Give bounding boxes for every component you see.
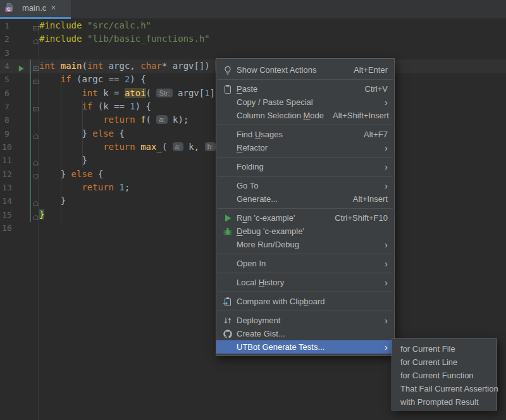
submenu-item-label: with Prompted Result [400, 397, 479, 407]
menu-separator [218, 273, 393, 273]
fold-box-icon[interactable] [32, 76, 39, 83]
fold-up-icon[interactable] [32, 157, 39, 164]
parameter-hint: b: [205, 142, 216, 151]
menu-item-open-in[interactable]: Open In› [216, 257, 394, 270]
tab-title: main.c [22, 3, 46, 13]
line-number: 3 [0, 46, 14, 59]
submenu-item-label: for Current File [400, 344, 455, 354]
code-text: #include "lib/basic_functions.h" [39, 32, 210, 46]
submenu-arrow-icon: › [376, 240, 388, 249]
submenu-item-with-prompted-result[interactable]: with Prompted Result [392, 395, 497, 409]
line-number: 14 [0, 194, 14, 207]
menu-item-paste[interactable]: PasteCtrl+V [216, 82, 394, 96]
menu-item-shortcut: Alt+Insert [344, 194, 388, 204]
vcs-change-marker [30, 194, 31, 208]
menu-item-label: Create Gist... [237, 329, 285, 338]
line-number: 2 [0, 32, 14, 46]
line-number: 8 [0, 113, 14, 127]
tab-close-icon[interactable]: × [51, 3, 56, 12]
menu-item-refactor[interactable]: Refactor› [216, 141, 394, 154]
menu-item-label: Debug 'c-example' [237, 226, 304, 236]
compare-clipboard-icon [223, 297, 233, 307]
menu-item-shortcut: Alt+Shift+Insert [324, 111, 389, 120]
menu-item-label: Copy / Paste Special [237, 97, 313, 107]
menu-item-utbot-generate-tests[interactable]: UTBot Generate Tests...› [216, 340, 394, 354]
line-number: 15 [0, 208, 14, 221]
menu-item-debug-c-example[interactable]: Debug 'c-example' [216, 225, 394, 238]
submenu-arrow-icon: › [376, 143, 388, 152]
fold-up-icon[interactable] [32, 197, 39, 204]
menu-icon-placeholder [223, 278, 233, 288]
menu-item-folding[interactable]: Folding› [216, 160, 394, 173]
menu-item-label: UTBot Generate Tests... [237, 342, 324, 352]
menu-item-shortcut: Alt+F7 [355, 130, 388, 139]
menu-separator [218, 254, 393, 254]
menu-icon-placeholder [223, 143, 233, 153]
menu-item-column-selection-mode[interactable]: Column Selection ModeAlt+Shift+Insert [216, 109, 394, 122]
menu-item-label: Show Context Actions [237, 65, 316, 75]
menu-item-shortcut: Ctrl+V [356, 84, 388, 94]
editor-context-menu: Show Context ActionsAlt+EnterPasteCtrl+V… [216, 58, 395, 356]
menu-icon-placeholder [223, 259, 233, 269]
fold-box-icon[interactable] [32, 63, 39, 70]
lightbulb-icon [223, 65, 233, 75]
code-text: return 1; [39, 181, 130, 194]
deployment-icon [223, 316, 233, 326]
menu-item-create-gist[interactable]: Create Gist... [216, 327, 394, 340]
fold-up-icon[interactable] [32, 35, 39, 42]
parameter-hint: a: [173, 142, 183, 151]
menu-item-shortcut: Ctrl+Shift+F10 [326, 213, 388, 223]
submenu-item-label: That Fail Current Assertion [400, 384, 498, 393]
code-text: if (argc == 2) { [39, 73, 146, 86]
menu-item-generate[interactable]: Generate...Alt+Insert [216, 192, 394, 206]
menu-separator [218, 176, 393, 176]
menu-item-local-history[interactable]: Local History› [216, 276, 394, 289]
menu-item-find-usages[interactable]: Find UsagesAlt+F7 [216, 128, 394, 141]
line-number: 7 [0, 100, 14, 113]
submenu-arrow-icon: › [376, 316, 388, 325]
submenu-item-for-current-file[interactable]: for Current File [392, 342, 497, 355]
github-icon [223, 329, 233, 339]
code-line-1[interactable]: 1#include "src/calc.h" [0, 19, 506, 33]
menu-item-run-c-example[interactable]: Run 'c-example'Ctrl+Shift+F10 [216, 211, 394, 225]
vcs-change-marker [30, 59, 31, 73]
submenu-item-label: for Current Line [400, 357, 457, 367]
fold-up-icon[interactable] [32, 211, 39, 218]
menu-item-label: Run 'c-example' [237, 213, 295, 223]
paste-icon [223, 84, 233, 94]
vcs-change-marker [30, 127, 31, 141]
menu-separator [218, 208, 393, 209]
run-icon [223, 213, 233, 223]
menu-item-compare-with-clipboard[interactable]: Compare with Clipboard [216, 295, 394, 308]
menu-item-label: Folding [237, 162, 264, 171]
submenu-item-for-current-function[interactable]: for Current Function [392, 369, 497, 382]
vcs-change-marker [30, 208, 31, 222]
tab-main-c[interactable]: C main.c × [0, 0, 71, 19]
vcs-change-marker [30, 87, 31, 101]
menu-icon-placeholder [223, 97, 233, 108]
fold-box-icon[interactable] [32, 22, 39, 29]
menu-item-more-run-debug[interactable]: More Run/Debug› [216, 238, 394, 251]
submenu-arrow-icon: › [376, 162, 388, 171]
parameter-hint: a: [156, 115, 167, 124]
menu-item-copy-paste-special[interactable]: Copy / Paste Special› [216, 96, 394, 109]
menu-item-go-to[interactable]: Go To› [216, 179, 394, 192]
menu-item-show-context-actions[interactable]: Show Context ActionsAlt+Enter [216, 63, 394, 77]
code-line-2[interactable]: 2#include "lib/basic_functions.h" [0, 32, 506, 46]
submenu-item-for-current-line[interactable]: for Current Line [392, 355, 497, 369]
line-number: 10 [0, 140, 14, 154]
menu-item-label: Deployment [237, 316, 280, 325]
menu-icon-placeholder [223, 111, 233, 121]
run-gutter-icon[interactable] [18, 63, 25, 70]
code-text: int k = atoi( Str: argv[1]); [39, 87, 226, 100]
fold-up-icon[interactable] [32, 130, 39, 137]
menu-item-label: Find Usages [237, 130, 283, 139]
menu-item-deployment[interactable]: Deployment› [216, 314, 394, 327]
line-number: 9 [0, 127, 14, 140]
fold-box-icon[interactable] [32, 103, 39, 110]
submenu-item-that-fail-current-assertion[interactable]: That Fail Current Assertion [392, 382, 497, 395]
fold-down-icon[interactable] [32, 171, 39, 178]
vcs-change-marker [30, 154, 31, 168]
menu-item-label: Compare with Clipboard [237, 297, 324, 306]
line-number: 16 [0, 221, 14, 235]
